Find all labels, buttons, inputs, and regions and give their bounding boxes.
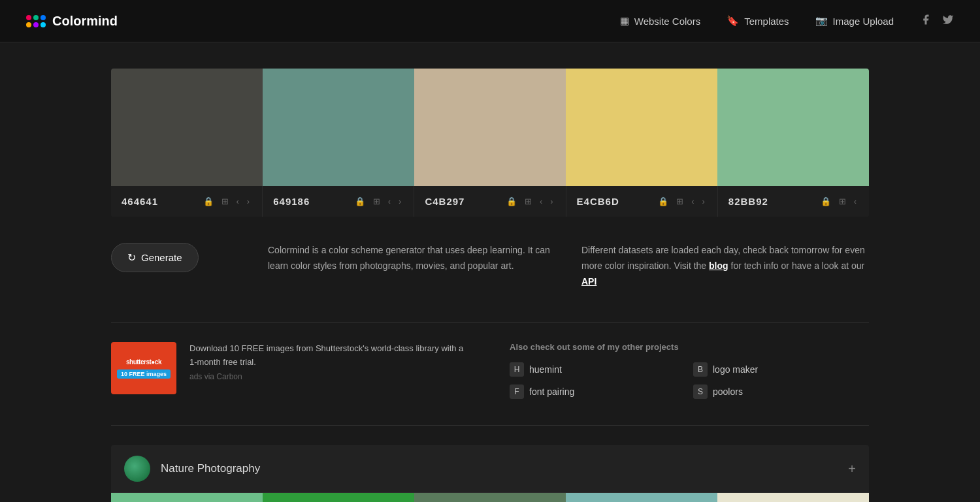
blog-link[interactable]: blog [709, 260, 728, 271]
navbar: Colormind ▦ Website Colors 🔖 Templates 📷… [0, 0, 980, 42]
swatch-1[interactable] [111, 69, 263, 186]
lock-icon-5[interactable]: 🔒 [819, 195, 833, 208]
ad-text: Download 10 FREE images from Shutterstoc… [189, 342, 470, 369]
nature-swatches [111, 493, 869, 502]
font-pairing-icon: F [510, 384, 524, 399]
ad-image[interactable]: shutterst●ck 10 FREE images [111, 342, 176, 394]
lock-icon-3[interactable]: 🔒 [504, 195, 519, 208]
shuffle-icon-1[interactable]: ⊞ [220, 195, 231, 208]
generate-label: Generate [141, 252, 182, 263]
ctrl-icons-4: 🔒 ⊞ ‹ › [656, 195, 707, 208]
swatch-control-2: 649186 🔒 ⊞ ‹ › [263, 186, 414, 217]
image-upload-label: Image Upload [833, 16, 894, 27]
info-right-2: for tech info or have a look at our [731, 260, 865, 271]
shuffle-icon-4[interactable]: ⊞ [674, 195, 685, 208]
ad-badge: 10 FREE images [117, 369, 171, 379]
palette-swatches [111, 69, 869, 186]
logo-maker-icon: B [693, 362, 708, 377]
templates-label: Templates [744, 16, 789, 27]
next-icon-4[interactable]: › [700, 195, 706, 208]
camera-icon: 📷 [815, 15, 828, 27]
logo-maker-label: logo maker [713, 364, 758, 375]
generate-button[interactable]: ↻ Generate [111, 243, 199, 272]
refresh-icon: ↻ [127, 251, 136, 264]
bookmark-icon: 🔖 [727, 15, 739, 27]
other-projects-heading: Also check out some of my other projects [510, 342, 869, 352]
huemint-label: huemint [529, 364, 562, 375]
prev-icon-1[interactable]: ‹ [235, 195, 241, 208]
shutterstock-logo: shutterst●ck [126, 358, 161, 366]
nature-swatch-4[interactable] [566, 493, 717, 502]
swatch-4[interactable] [566, 69, 717, 186]
nav-item-image-upload[interactable]: 📷 Image Upload [815, 15, 894, 27]
generate-section: ↻ Generate [111, 243, 242, 272]
project-item-poolors[interactable]: S poolors [693, 384, 869, 399]
swatch-control-4: E4CB6D 🔒 ⊞ ‹ › [566, 186, 718, 217]
next-icon-1[interactable]: › [245, 195, 252, 208]
next-icon-2[interactable]: › [397, 195, 403, 208]
nature-section: Nature Photography + [111, 445, 869, 502]
hex-value-4: E4CB6D [577, 196, 651, 207]
ad-via: ads via Carbon [189, 372, 470, 381]
prev-icon-3[interactable]: ‹ [538, 195, 544, 208]
palette-container: 464641 🔒 ⊞ ‹ › 649186 🔒 ⊞ ‹ › [111, 69, 869, 217]
api-link[interactable]: API [581, 276, 596, 287]
ctrl-icons-5: 🔒 ⊞ ‹ [819, 195, 858, 208]
hex-value-3: C4B297 [425, 196, 499, 207]
swatch-5[interactable] [717, 69, 869, 186]
swatch-control-5: 82BB92 🔒 ⊞ ‹ [718, 186, 869, 217]
info-section: ↻ Generate Colormind is a color scheme g… [111, 230, 869, 315]
project-item-font-pairing[interactable]: F font pairing [510, 384, 685, 399]
divider-1 [111, 322, 869, 322]
swatch-2[interactable] [263, 69, 414, 186]
shuffle-icon-2[interactable]: ⊞ [371, 195, 382, 208]
prev-icon-5[interactable]: ‹ [852, 195, 858, 208]
nature-title: Nature Photography [161, 462, 838, 475]
prev-icon-2[interactable]: ‹ [386, 195, 393, 208]
project-item-logo-maker[interactable]: B logo maker [693, 362, 869, 377]
logo[interactable]: Colormind [26, 14, 118, 29]
swatch-3[interactable] [414, 69, 566, 186]
twitter-link[interactable] [942, 14, 954, 29]
lock-icon-4[interactable]: 🔒 [656, 195, 670, 208]
divider-2 [111, 425, 869, 426]
poolors-label: poolors [713, 386, 743, 397]
hex-value-2: 649186 [273, 196, 348, 207]
next-icon-3[interactable]: › [548, 195, 555, 208]
hex-value-5: 82BB92 [728, 196, 813, 207]
other-projects: Also check out some of my other projects… [510, 342, 869, 399]
font-pairing-label: font pairing [529, 386, 574, 397]
project-grid: H huemint B logo maker F font pairing S … [510, 362, 869, 399]
nature-swatch-2[interactable] [263, 493, 414, 502]
huemint-icon: H [510, 362, 524, 377]
nature-header: Nature Photography + [111, 445, 869, 493]
nav-links: ▦ Website Colors 🔖 Templates 📷 Image Upl… [620, 15, 894, 27]
main-content: 464641 🔒 ⊞ ‹ › 649186 🔒 ⊞ ‹ › [98, 42, 882, 502]
project-item-huemint[interactable]: H huemint [510, 362, 685, 377]
expand-icon[interactable]: + [848, 462, 856, 477]
hex-value-1: 464641 [122, 196, 196, 207]
bottom-section: shutterst●ck 10 FREE images Download 10 … [111, 342, 869, 399]
nav-item-templates[interactable]: 🔖 Templates [727, 15, 789, 27]
logo-icon [26, 15, 46, 27]
info-text-right: Different datasets are loaded each day, … [581, 243, 869, 289]
nature-swatch-5[interactable] [717, 493, 869, 502]
nav-item-website-colors[interactable]: ▦ Website Colors [620, 15, 700, 27]
nature-swatch-1[interactable] [111, 493, 263, 502]
lock-icon-1[interactable]: 🔒 [201, 195, 216, 208]
nature-swatch-3[interactable] [414, 493, 566, 502]
facebook-link[interactable] [920, 14, 932, 29]
info-text-left: Colormind is a color scheme generator th… [268, 243, 555, 274]
swatch-control-3: C4B297 🔒 ⊞ ‹ › [414, 186, 566, 217]
swatch-control-1: 464641 🔒 ⊞ ‹ › [111, 186, 263, 217]
palette-controls: 464641 🔒 ⊞ ‹ › 649186 🔒 ⊞ ‹ › [111, 186, 869, 217]
ctrl-icons-2: 🔒 ⊞ ‹ › [353, 195, 404, 208]
lock-icon-2[interactable]: 🔒 [353, 195, 367, 208]
website-colors-label: Website Colors [634, 16, 700, 27]
ctrl-icons-1: 🔒 ⊞ ‹ › [201, 195, 252, 208]
shuffle-icon-5[interactable]: ⊞ [837, 195, 848, 208]
prev-icon-4[interactable]: ‹ [689, 195, 696, 208]
grid-icon: ▦ [620, 15, 629, 27]
shuffle-icon-3[interactable]: ⊞ [523, 195, 534, 208]
ad-block: shutterst●ck 10 FREE images Download 10 … [111, 342, 470, 394]
